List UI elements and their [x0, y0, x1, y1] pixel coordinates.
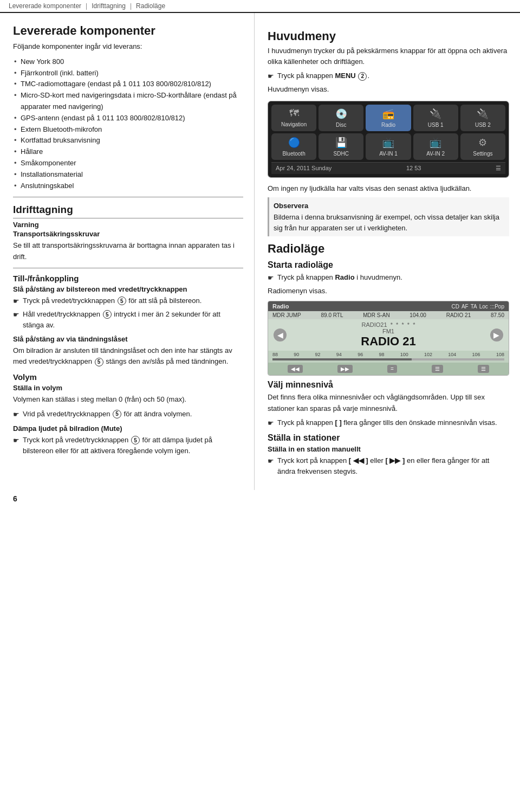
menu-cell-label: USB 2 [475, 122, 491, 128]
arrow-icon: ☛ [268, 71, 274, 82]
freq-87: 87.50 [491, 312, 504, 318]
volym-text: Volymen kan ställas i steg mellan 0 (frå… [13, 394, 243, 405]
freq-rtl: 89.0 RTL [321, 312, 343, 318]
starta-result: Radiomenyn visas. [268, 286, 509, 297]
list-item: Micro-SD-kort med navigeringsdata i micr… [13, 90, 243, 113]
radio-icon: 📻 [382, 108, 394, 120]
menu-cell-label: Radio [381, 122, 395, 128]
levererade-list: New York 800 Fjärrkontroll (inkl. batter… [13, 56, 243, 192]
menu-cell-disc[interactable]: 💿 Disc [318, 105, 363, 131]
arrow-item-2: ☛ Håll vredet/tryckknappen 5 intryckt i … [13, 309, 243, 331]
stallain-sub-title: Ställa in en station manuellt [268, 445, 509, 453]
menu-cell-label: Navigation [281, 121, 307, 127]
radio-freq-bar: MDR JUMP 89.0 RTL MDR S-AN 104.00 RADIO … [268, 311, 509, 319]
observera-text: Bilderna i denna bruksanvisning är exemp… [274, 212, 505, 233]
circle-num: 5 [103, 310, 112, 319]
arrow-icon: ☛ [268, 418, 274, 429]
arrow-item-1: ☛ Tryck på vredet/tryckknappen 5 för att… [13, 295, 243, 307]
list-item: Fjärrkontroll (inkl. batteri) [13, 68, 243, 79]
menu-cell-navigation[interactable]: 🗺 Navigation [271, 105, 316, 131]
mainmenu-screen: 🗺 Navigation 💿 Disc 📻 Radio 🔌 [268, 101, 509, 178]
navigation-icon: 🗺 [289, 108, 299, 119]
list-item: GPS-antenn (endast på 1 011 103 800/802/… [13, 113, 243, 124]
huvudmeny-title: Huvudmeny [268, 29, 509, 43]
list-item: Installationsmaterial [13, 169, 243, 181]
circle-num: 2 [358, 72, 367, 81]
mainmenu-caption: Om ingen ny ljudkälla har valts visas de… [268, 183, 509, 194]
breadcrumb-item-2: Idrifttagning [92, 2, 126, 10]
menu-cell-label: AV-IN 2 [426, 151, 445, 157]
warning-text: Se till att transportsäkringsskruvarna ä… [13, 240, 243, 262]
menu-cell-settings[interactable]: ⚙ Settings [460, 133, 505, 160]
volym-section-title: Volym [13, 372, 243, 382]
radio-ctrl-cd: CD [451, 304, 459, 310]
radio-ctrl-ta: TA [471, 304, 477, 310]
avin2-icon: 📺 [430, 137, 441, 149]
valjminne-text: Det finns flera olika minnesnivåer och v… [268, 392, 509, 414]
left-column: Levererade komponenter Följande komponen… [0, 13, 255, 490]
radio-btn-rw[interactable]: ◀◀ [288, 365, 303, 373]
idrifttagning-section: Idrifttagning Varning Transportsäkringss… [13, 204, 243, 456]
radio-btn-menu2[interactable]: ☰ [478, 365, 489, 373]
list-item: TMC-radiomottagare (endast på 1 011 103 … [13, 79, 243, 90]
radio-station-display: ◀ RADIO21 * * * * * FM1 RADIO 21 ▶ [268, 319, 509, 351]
radio-btn-ff[interactable]: ▶▶ [337, 365, 353, 373]
list-item: Extern Bluetooth-mikrofon [13, 124, 243, 136]
radio-ctrl-pop: :::Pop [490, 304, 504, 310]
radio-band: FM1 [361, 328, 415, 334]
idrifttagning-title: Idrifttagning [13, 204, 243, 218]
menu-cell-label: USB 1 [428, 122, 444, 128]
levererade-section: Levererade komponenter Följande komponen… [13, 24, 243, 191]
warning-sublabel: Transportsäkringsskruvar [13, 230, 243, 238]
radio-ctrl-loc: Loc [479, 304, 488, 310]
stallain-arrow-item: ☛ Tryck kort på knappen [ ◀◀ ] eller [ ▶… [268, 455, 509, 477]
till-section-title: Till-/frånkoppling [13, 274, 243, 283]
arrow-icon: ☛ [268, 273, 274, 283]
observera-title: Observera [274, 201, 505, 211]
radio-station-prefix: RADIO21 * * * * * [361, 321, 415, 328]
menu-cell-label: SDHC [334, 151, 349, 157]
huvudmeny-arrow-item: ☛ Tryck på knappen MENU 2. [268, 70, 509, 82]
menu-cell-bluetooth[interactable]: 🔵 Bluetooth [271, 133, 316, 160]
radio-btn-menu1[interactable]: ☰ [432, 365, 443, 373]
list-item: New York 800 [13, 56, 243, 68]
observera-box: Observera Bilderna i denna bruksanvisnin… [268, 197, 509, 237]
tandningslåset-label: Slå på/stäng av via tändningslåset [13, 335, 243, 343]
list-item: Småkomponenter [13, 158, 243, 169]
menu-cell-avin2[interactable]: 📺 AV-IN 2 [413, 133, 458, 160]
warning-divider [13, 268, 243, 268]
menu-cell-usb2[interactable]: 🔌 USB 2 [460, 105, 505, 131]
menu-cell-radio[interactable]: 📻 Radio [366, 105, 411, 131]
radio-ctrl-af: AF [461, 304, 469, 310]
valjminne-title: Välj minnesnivå [268, 380, 509, 390]
radio-station-name: RADIO 21 [361, 334, 415, 349]
menu-cell-label: Disc [336, 122, 346, 128]
arrow-icon: ☛ [13, 435, 20, 446]
radio-next-btn[interactable]: ▶ [490, 328, 503, 341]
menu-cell-avin1[interactable]: 📺 AV-IN 1 [366, 133, 411, 160]
arrow-icon: ☛ [13, 296, 20, 307]
huvudmeny-result: Huvudmenyn visas. [268, 84, 509, 95]
freq-mdr-san: MDR S-AN [363, 312, 389, 318]
radio-bottom-controls: ◀◀ ▶▶ = ☰ ☰ [268, 363, 509, 375]
radio-center-info: RADIO21 * * * * * FM1 RADIO 21 [361, 321, 415, 349]
radio-btn-eq[interactable]: = [387, 365, 397, 373]
menu-time: 12 53 [406, 165, 421, 171]
starta-radioläge-title: Starta radioläge [268, 260, 509, 270]
menu-cell-sdhc[interactable]: 💾 SDHC [318, 133, 363, 160]
usb1-icon: 🔌 [430, 108, 441, 120]
radio-top-label: Radio [272, 303, 289, 310]
radio-prev-btn[interactable]: ◀ [274, 328, 287, 341]
mute-label: Dämpa ljudet på bilradion (Mute) [13, 424, 243, 433]
warning-label: Varning [13, 221, 243, 229]
freq-mdr-jump: MDR JUMP [272, 312, 301, 318]
huvudmeny-text: I huvudmenyn trycker du på pekskärmens k… [268, 46, 509, 67]
levererade-title: Levererade komponenter [13, 24, 243, 38]
levererade-subtitle: Följande komponenter ingår vid leverans: [13, 41, 243, 52]
stalla-in-volym-label: Ställa in volym [13, 384, 243, 392]
radio-screen-mockup: Radio CD AF TA Loc :::Pop MDR JUMP 89.0 … [268, 301, 509, 376]
radio-top-bar: Radio CD AF TA Loc :::Pop [268, 301, 509, 311]
menu-cell-usb1[interactable]: 🔌 USB 1 [413, 105, 458, 131]
disc-icon: 💿 [335, 108, 347, 120]
header-breadcrumb: Levererade komponenter | Idrifttagning |… [0, 0, 520, 13]
